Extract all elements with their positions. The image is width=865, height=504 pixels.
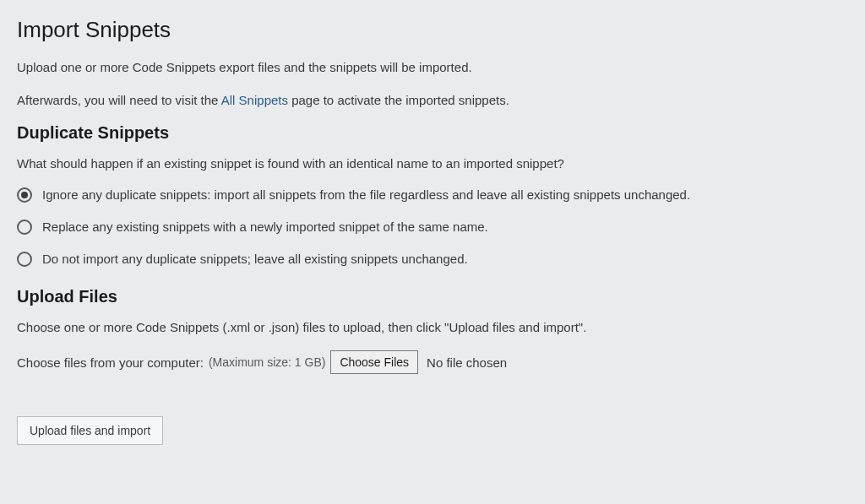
file-row: Choose files from your computer: (Maximu… — [17, 350, 848, 374]
intro-line1: Upload one or more Code Snippets export … — [17, 58, 848, 78]
no-file-text: No file chosen — [427, 355, 507, 370]
radio-icon[interactable] — [17, 187, 32, 203]
intro-line2-after: page to activate the imported snippets. — [288, 93, 509, 107]
radio-icon[interactable] — [17, 219, 32, 235]
duplicates-question: What should happen if an existing snippe… — [17, 154, 848, 174]
radio-option-replace[interactable]: Replace any existing snippets with a new… — [17, 219, 848, 235]
intro-line2-before: Afterwards, you will need to visit the — [17, 93, 221, 107]
upload-instructions: Choose one or more Code Snippets (.xml o… — [17, 318, 848, 338]
intro-line2: Afterwards, you will need to visit the A… — [17, 91, 848, 111]
radio-icon[interactable] — [17, 252, 32, 267]
duplicates-radio-group: Ignore any duplicate snippets: import al… — [17, 187, 848, 267]
radio-option-ignore[interactable]: Ignore any duplicate snippets: import al… — [17, 187, 848, 203]
choose-files-button[interactable]: Choose Files — [330, 350, 418, 374]
radio-label: Do not import any duplicate snippets; le… — [42, 252, 468, 266]
max-size-label: (Maximum size: 1 GB) — [209, 355, 325, 369]
radio-option-skip[interactable]: Do not import any duplicate snippets; le… — [17, 252, 848, 267]
duplicates-heading: Duplicate Snippets — [17, 123, 848, 143]
radio-label: Replace any existing snippets with a new… — [42, 219, 488, 234]
upload-submit-button[interactable]: Upload files and import — [17, 416, 163, 445]
radio-label: Ignore any duplicate snippets: import al… — [42, 187, 690, 202]
upload-heading: Upload Files — [17, 287, 848, 306]
all-snippets-link[interactable]: All Snippets — [221, 93, 288, 107]
page-title: Import Snippets — [17, 17, 848, 43]
choose-files-label: Choose files from your computer: — [17, 355, 204, 370]
